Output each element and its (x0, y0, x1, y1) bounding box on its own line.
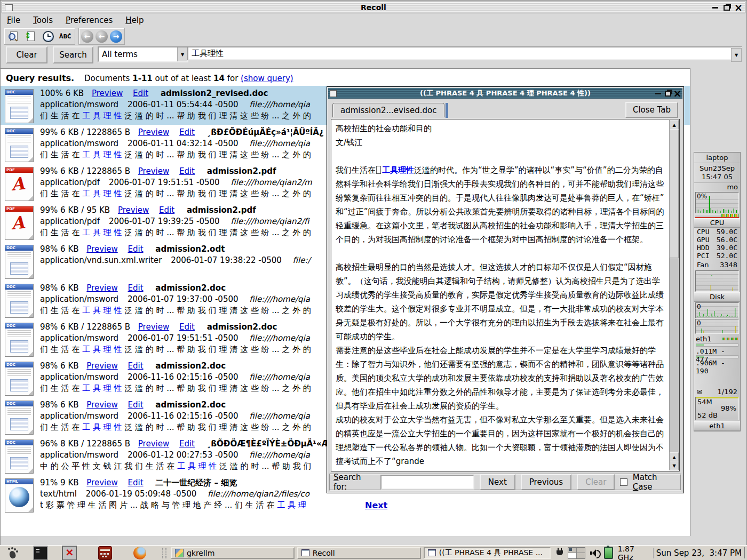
tray-separator (653, 548, 654, 558)
gk-cpu-chart[interactable]: 0% (695, 192, 739, 213)
result-url: file:///home/qia (249, 372, 310, 382)
gk-disk-header[interactable]: Disk (694, 292, 740, 302)
maximize-icon[interactable] (722, 3, 732, 12)
preview-link[interactable]: Preview (138, 322, 169, 332)
result-url: file:///home/qia (249, 139, 310, 148)
gk-temp-row: GPU56.0C (694, 236, 740, 244)
edit-link[interactable]: Edit (179, 127, 195, 137)
search-input[interactable] (187, 46, 742, 60)
gk-eth-footer[interactable]: eth1 (694, 421, 740, 431)
preview-link[interactable]: Preview (138, 127, 169, 137)
task-button-gkrellm[interactable]: gkrellm (171, 547, 295, 559)
typewriter-launcher-icon[interactable] (98, 546, 112, 560)
edit-link[interactable]: Edit (159, 205, 174, 215)
tasklist-handle[interactable] (162, 548, 166, 558)
edit-link[interactable]: Edit (179, 322, 195, 332)
edit-link[interactable]: Edit (128, 478, 144, 487)
gkrellm-panel: laptop Sun23Sep 15:47 05 mo 0% CPU CPU59… (694, 152, 741, 431)
edit-link[interactable]: Edit (128, 244, 144, 254)
preview-maximize-icon[interactable] (664, 89, 672, 98)
find-clear-button[interactable]: Clear (577, 474, 615, 490)
clear-button[interactable]: Clear (6, 46, 47, 63)
preview-link[interactable]: Preview (86, 283, 117, 293)
match-case-checkbox[interactable] (620, 478, 627, 486)
next-page-icon[interactable] (110, 30, 122, 43)
gk-disk-chart-2[interactable]: 0 (695, 319, 739, 334)
find-previous-button[interactable]: Previous (521, 474, 571, 490)
menu-file[interactable]: File (7, 15, 20, 25)
result-url: file:///home/qia (249, 100, 310, 109)
query-history-icon[interactable] (731, 48, 742, 62)
result-title: ¸ßÐ£ÕÐÉúµÄÉç»á¹¦ÄÜºÍÄ¿ (207, 127, 324, 137)
menu-preferences[interactable]: Preferences (66, 15, 113, 25)
main-titlebar[interactable]: Recoll (2, 2, 745, 13)
task-button-recoll[interactable]: Recoll (297, 547, 421, 559)
close-tab-button[interactable]: Close Tab (625, 102, 678, 118)
result-mime: application/msword (40, 100, 118, 109)
term-explorer-icon[interactable]: ÅBĈ (58, 30, 73, 43)
preview-link[interactable]: Preview (92, 89, 123, 98)
workspace-pager[interactable] (568, 547, 585, 559)
prev-page-icon[interactable] (96, 30, 108, 43)
show-query-link[interactable]: (show query) (241, 74, 293, 83)
taskbar-end-handle[interactable] (744, 547, 745, 558)
preview-window-menu-icon[interactable] (330, 90, 337, 97)
scroll-up-icon[interactable] (670, 120, 679, 130)
preview-link[interactable]: Preview (86, 400, 117, 410)
history-clock-icon[interactable] (41, 30, 55, 43)
preview-tab[interactable]: admission2...evised.doc (332, 103, 444, 117)
power-plug-icon[interactable] (557, 548, 563, 558)
task-button-preview[interactable]: ((工 PHRASE 4 具 PHRASE ... (424, 547, 551, 559)
search-button[interactable]: Search (53, 46, 93, 63)
menu-help[interactable]: Help (125, 15, 144, 25)
firefox-launcher-icon[interactable] (133, 547, 146, 559)
preview-link[interactable]: Preview (86, 478, 117, 487)
scroll-down-icon[interactable] (670, 461, 679, 470)
next-page-link[interactable]: Next (365, 500, 387, 510)
pdf-file-icon: PDF A (5, 167, 34, 201)
result-url: file:///home/qia (249, 450, 310, 460)
edit-link[interactable]: Edit (179, 439, 195, 449)
preview-close-icon[interactable] (673, 89, 681, 98)
gk-fan-chart[interactable] (695, 270, 739, 292)
pdf-logo-icon: A (10, 212, 26, 234)
edit-link[interactable]: Edit (179, 166, 195, 176)
volume-icon[interactable] (590, 548, 599, 558)
preview-link[interactable]: Preview (118, 205, 149, 215)
gk-cpu-header[interactable]: CPU (694, 218, 740, 228)
pdf-logo-icon: A (10, 173, 26, 195)
gk-clock[interactable]: Sun23Sep 15:47 05 (694, 163, 740, 183)
gnome-menu-icon[interactable] (6, 547, 19, 559)
find-next-button[interactable]: Next (480, 474, 515, 490)
battery-icon[interactable] (604, 547, 613, 559)
preview-scrollbar[interactable] (669, 120, 679, 470)
terminal-launcher-icon[interactable] (33, 546, 48, 560)
preview-link[interactable]: Preview (138, 439, 169, 449)
gk-disk-chart-1[interactable]: 0 (695, 302, 739, 318)
update-index-icon[interactable]: ↕ (23, 30, 38, 43)
preview-link[interactable]: Preview (86, 361, 117, 371)
preview-link[interactable]: Preview (86, 244, 117, 254)
edit-link[interactable]: Edit (128, 283, 144, 293)
taskbar-clock[interactable]: Sun Sep 23, 3:47 PM (656, 548, 747, 558)
edit-link[interactable]: Edit (128, 400, 144, 410)
close-icon[interactable] (734, 3, 743, 12)
search-page-icon[interactable] (6, 30, 21, 43)
scrollbar-thumb[interactable] (670, 129, 679, 258)
menu-tools[interactable]: Tools (33, 15, 53, 25)
preview-minimize-icon[interactable] (654, 89, 662, 98)
find-input[interactable] (380, 475, 474, 490)
edit-link[interactable]: Edit (133, 89, 148, 98)
preview-titlebar[interactable]: ((工 PHRASE 4 具 PHRASE 4 理 PHRASE 4 性)) (328, 88, 682, 99)
preview-link[interactable]: Preview (138, 166, 169, 176)
result-mime: text/html (40, 489, 77, 499)
window-menu-icon[interactable] (5, 4, 13, 11)
preview-content[interactable]: 高校招生的社会功能和目的 文/钱江 我们生活在工具理性泛滥的时代。作为“世之显学… (336, 122, 665, 470)
search-mode-select[interactable]: All terms (98, 46, 188, 62)
edit-link[interactable]: Edit (128, 361, 144, 371)
first-page-icon[interactable] (81, 30, 93, 43)
gk-mail-row[interactable]: 1/192 (694, 387, 740, 396)
chevron-down-icon[interactable] (177, 47, 187, 61)
display-off-icon[interactable] (62, 546, 77, 560)
minimize-icon[interactable] (710, 3, 720, 12)
